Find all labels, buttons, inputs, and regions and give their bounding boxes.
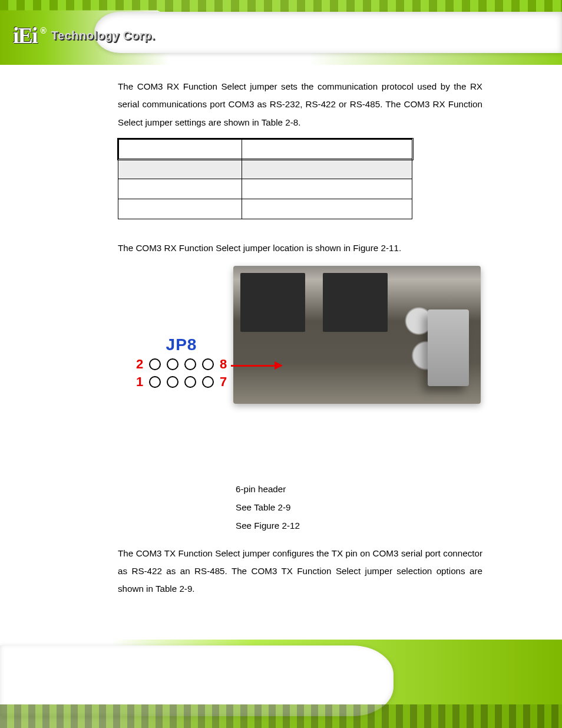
table-cell [118, 179, 242, 199]
registered-icon: ® [40, 26, 46, 35]
table-header [242, 139, 412, 159]
table-row [118, 159, 412, 179]
pin-icon [202, 358, 214, 370]
info-list: 6-pin header See Table 2-9 See Figure 2-… [236, 484, 482, 531]
pin-icon [202, 376, 214, 388]
top-banner: iEi ® Technology Corp. [0, 0, 562, 65]
table-cell [242, 159, 412, 179]
table-cell [242, 199, 412, 219]
table-row [118, 179, 412, 199]
table-cell [118, 159, 242, 179]
spacer [118, 460, 482, 484]
intro-paragraph-2: The COM3 TX Function Select jumper confi… [118, 545, 482, 598]
figure-jumper-location: JP8 2 8 1 7 [115, 266, 481, 419]
info-row-location: See Figure 2-12 [236, 521, 482, 531]
pin-number: 8 [220, 357, 227, 372]
pin-number: 1 [136, 374, 143, 390]
table-cell [118, 199, 242, 219]
jp8-label: JP8 [133, 335, 230, 354]
settings-table [118, 139, 412, 219]
jp8-diagram: JP8 2 8 1 7 [133, 335, 230, 391]
board-photo [233, 266, 481, 404]
jp8-pins: 2 8 1 7 [133, 355, 230, 391]
logo-text: Technology Corp. [51, 29, 156, 42]
mid-paragraph: The COM3 RX Function Select jumper locat… [118, 239, 482, 257]
pin-number: 7 [220, 374, 227, 390]
page-content: The COM3 RX Function Select jumper sets … [118, 78, 482, 604]
arrow-icon [231, 365, 282, 367]
info-row-type: 6-pin header [236, 484, 482, 494]
pin-number: 2 [136, 357, 143, 372]
pin-icon [184, 358, 196, 370]
pin-icon [149, 376, 161, 388]
bottom-banner [0, 640, 562, 728]
logo: iEi ® Technology Corp. [13, 22, 155, 48]
table-row [118, 139, 412, 159]
table-header [118, 139, 242, 159]
intro-paragraph: The COM3 RX Function Select jumper sets … [118, 78, 482, 131]
logo-mark: iEi [13, 22, 37, 48]
table-row [118, 199, 412, 219]
pin-icon [149, 358, 161, 370]
info-row-settings: See Table 2-9 [236, 502, 482, 512]
spacer [118, 219, 482, 236]
pin-icon [167, 376, 178, 388]
pin-icon [167, 358, 178, 370]
spacer [118, 433, 482, 460]
pin-icon [184, 376, 196, 388]
table-cell [242, 179, 412, 199]
